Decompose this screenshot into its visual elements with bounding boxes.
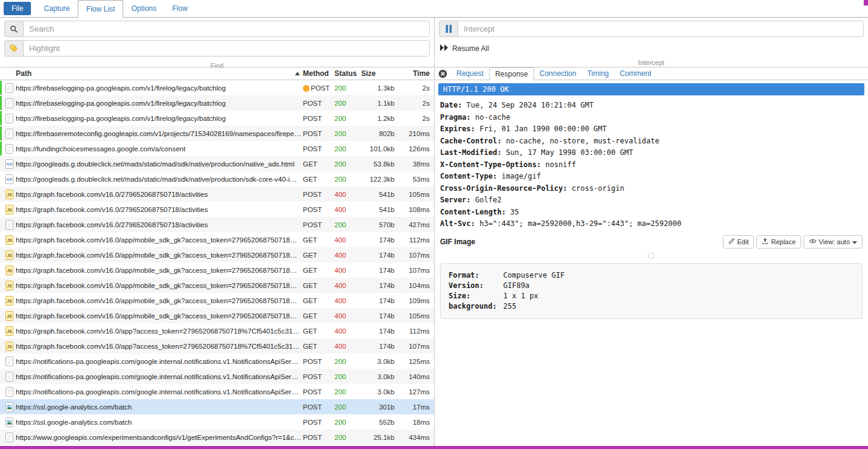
svg-text:<>: <> [6, 162, 12, 167]
flow-row[interactable]: <>https://googleads.g.doubleclick.net/ma… [0, 156, 434, 171]
flow-row[interactable]: https://ssl.google-analytics.com/batchPO… [0, 399, 434, 414]
edit-button-label: Edit [737, 238, 749, 245]
flow-path: https://fundingchoicesmessages.google.co… [16, 145, 303, 153]
flow-size: 3.0kb [361, 388, 399, 396]
flow-time: 112ms [399, 236, 434, 244]
flow-row[interactable]: JShttps://graph.facebook.com/v16.0/app/m… [0, 262, 434, 278]
flow-time: 107ms [399, 267, 434, 274]
flow-time: 38ms [399, 160, 434, 168]
flow-row[interactable]: JShttps://graph.facebook.com/v16.0/app/m… [0, 278, 434, 293]
close-icon[interactable] [438, 69, 447, 78]
flow-path: https://graph.facebook.com/v16.0/app/mob… [16, 282, 303, 289]
marked-dot-icon [303, 85, 310, 92]
header-value: no-cache [475, 113, 510, 122]
tab-comment[interactable]: Comment [614, 67, 657, 80]
flow-row[interactable]: https://www.googleapis.com/experimentsan… [0, 430, 434, 445]
flow-row[interactable]: JShttps://graph.facebook.com/v16.0/app/m… [0, 232, 434, 247]
svg-text:JS: JS [7, 238, 12, 242]
menu-item-flow[interactable]: Flow [164, 0, 195, 17]
flow-method: POST [303, 191, 334, 198]
flow-status: 200 [334, 176, 361, 183]
flow-row[interactable]: JShttps://graph.facebook.com/v16.0/app/m… [0, 247, 434, 262]
header-name: X-Content-Type-Options: [440, 160, 541, 169]
flow-row[interactable]: JShttps://graph.facebook.com/v16.0/app/m… [0, 293, 434, 308]
column-size[interactable]: Size [361, 69, 399, 78]
column-time[interactable]: Time [399, 69, 434, 78]
search-input[interactable] [23, 21, 430, 37]
resume-all-button[interactable]: Resume All [439, 40, 864, 57]
doc-icon [0, 372, 16, 382]
response-status-line[interactable]: HTTP/1.1 200 OK [438, 83, 864, 95]
flow-status: 200 [334, 145, 361, 153]
column-status[interactable]: Status [334, 69, 361, 78]
header-value: Fri, 01 Jan 1990 00:00:00 GMT [480, 125, 607, 133]
flow-method: POST [303, 221, 334, 228]
flow-time: 17ms [399, 403, 434, 411]
header-name: Expires: [440, 125, 475, 133]
menu-item-file[interactable]: File [4, 2, 31, 15]
flow-method: GET [303, 252, 334, 259]
flow-row[interactable]: JShttps://graph.facebook.com/v16.0/27965… [0, 202, 434, 217]
flow-method: POST [303, 84, 334, 92]
mitmweb-app: FileCaptureFlow ListOptionsFlow Find Pat… [0, 0, 868, 446]
header-value: 35 [510, 208, 519, 216]
gif-info-value: GIF89a [503, 281, 529, 290]
replace-button[interactable]: Replace [756, 235, 801, 248]
svg-text:JS: JS [7, 329, 12, 334]
view-mode-button[interactable]: View: auto [804, 235, 863, 248]
menu-item-capture[interactable]: Capture [36, 0, 78, 17]
svg-text:JS: JS [7, 208, 12, 212]
search-group [4, 21, 430, 37]
flow-time: 2s [399, 100, 434, 107]
svg-text:JS: JS [7, 253, 12, 258]
flow-status: 200 [334, 419, 361, 426]
flow-time: 105ms [399, 312, 434, 320]
column-path[interactable]: Path [16, 69, 303, 78]
column-method[interactable]: Method [303, 69, 334, 78]
flow-row[interactable]: https://notifications-pa.googleapis.com/… [0, 369, 434, 384]
flow-method: GET [303, 267, 334, 274]
flow-time: 126ms [399, 145, 434, 153]
flow-time: 104ms [399, 282, 434, 289]
flow-size: 174b [361, 267, 399, 274]
flow-row[interactable]: JShttps://graph.facebook.com/v16.0/27965… [0, 187, 434, 202]
highlight-input[interactable] [23, 40, 430, 57]
view-mode-label: View: auto [819, 238, 850, 245]
tab-response[interactable]: Response [489, 67, 534, 81]
flow-row[interactable]: https://firebaselogging-pa.googleapis.co… [0, 111, 434, 126]
flow-row[interactable]: https://notifications-pa.googleapis.com/… [0, 384, 434, 399]
header-value: h3=":443"; ma=2592000,h3-29=":443"; ma=2… [480, 219, 681, 228]
intercept-input[interactable] [458, 21, 864, 37]
js-icon: JS [0, 281, 16, 290]
menu-item-options[interactable]: Options [123, 0, 164, 17]
flow-row[interactable]: https://notifications-pa.googleapis.com/… [0, 354, 434, 369]
corner-accent [864, 0, 868, 5]
flow-row[interactable]: JShttps://graph.facebook.com/v16.0/app/m… [0, 308, 434, 323]
tab-connection[interactable]: Connection [534, 67, 582, 80]
flow-method: POST [303, 206, 334, 213]
flow-row[interactable]: https://firebaselogging-pa.googleapis.co… [0, 95, 434, 111]
flow-status: 200 [334, 115, 361, 122]
flow-row[interactable]: <>https://googleads.g.doubleclick.net/ma… [0, 171, 434, 187]
flow-row[interactable]: https://ssl.google-analytics.com/batchPO… [0, 414, 434, 430]
menu-item-flow-list[interactable]: Flow List [78, 0, 123, 18]
response-header-line: Cross-Origin-Resource-Policy: cross-orig… [440, 183, 863, 195]
flow-row[interactable]: https://graph.facebook.com/v16.0/2796520… [0, 217, 434, 232]
flow-status: 400 [334, 282, 361, 289]
tab-request[interactable]: Request [451, 67, 489, 80]
flow-row[interactable]: JShttps://graph.facebook.com/v16.0/app?a… [0, 338, 434, 354]
gif-info-line: background:255 [449, 301, 854, 312]
flow-size: 1.2kb [361, 115, 399, 122]
edit-button[interactable]: Edit [723, 235, 754, 248]
flow-time: 109ms [399, 297, 434, 304]
tab-timing[interactable]: Timing [581, 67, 614, 80]
flow-row[interactable]: https://firebaselogging-pa.googleapis.co… [0, 80, 434, 95]
flow-size: 174b [361, 282, 399, 289]
flow-row[interactable]: https://firebaseremoteconfig.googleapis.… [0, 126, 434, 141]
flow-row[interactable]: https://fundingchoicesmessages.google.co… [0, 141, 434, 156]
header-name: Content-Length: [440, 208, 506, 216]
pause-icon[interactable] [439, 21, 458, 37]
resume-all-label: Resume All [452, 44, 489, 53]
flow-status: 200 [334, 100, 361, 107]
flow-row[interactable]: JShttps://graph.facebook.com/v16.0/app?a… [0, 323, 434, 338]
